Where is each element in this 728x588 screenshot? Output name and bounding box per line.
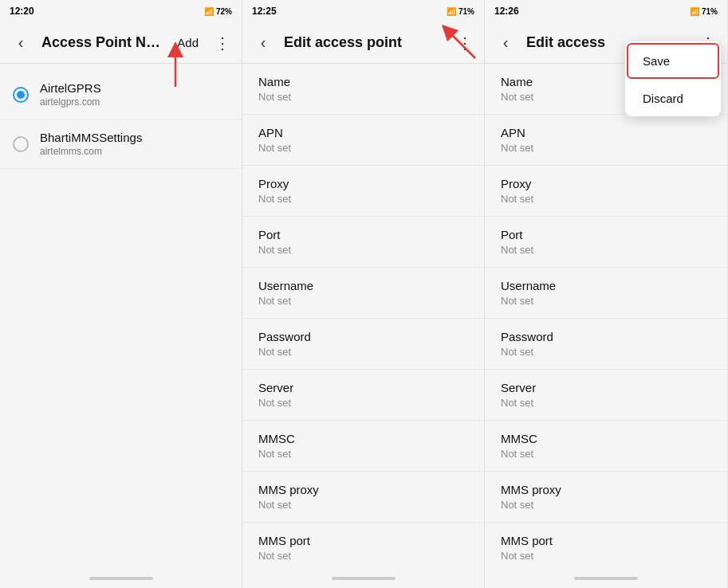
field-apn-3[interactable]: APN Not set — [485, 115, 727, 166]
value-name-2: Not set — [258, 91, 468, 103]
value-password-2: Not set — [258, 346, 468, 358]
signal-icon-2: 📶 — [447, 7, 456, 16]
arrow-annotation-1 — [163, 43, 187, 94]
svg-line-3 — [447, 30, 475, 58]
settings-list-2: Name Not set APN Not set Proxy Not set P… — [242, 64, 484, 569]
value-username-3: Not set — [501, 295, 711, 307]
home-indicator-1 — [0, 569, 242, 588]
label-server-3: Server — [501, 381, 711, 394]
screen1: 12:20 📶 72% ‹ Access Point Nam... Add ⋮ … — [0, 0, 242, 588]
time-3: 12:26 — [494, 6, 519, 17]
status-bar-1: 12:20 📶 72% — [0, 0, 242, 22]
apn-item-bharti[interactable]: BhartiMMSSettings airtelmms.com — [0, 120, 242, 169]
settings-list-3: Name Not set APN Not set Proxy Not set P… — [485, 64, 727, 569]
arrow-annotation-2 — [431, 22, 479, 65]
label-username-2: Username — [258, 279, 468, 292]
more-options-button-1[interactable]: ⋮ — [210, 30, 235, 56]
value-proxy-3: Not set — [501, 193, 711, 205]
value-username-2: Not set — [258, 295, 468, 307]
apn-item-airtel[interactable]: AirtelGPRS airtelgprs.com — [0, 70, 242, 120]
context-menu: Save Discard — [625, 41, 721, 116]
apn-name-airtel: AirtelGPRS — [40, 81, 101, 95]
back-button-3[interactable]: ‹ — [491, 29, 520, 57]
label-password-2: Password — [258, 330, 468, 343]
label-mmsc-3: MMSC — [501, 432, 711, 445]
value-mmsc-3: Not set — [501, 448, 711, 460]
radio-bharti[interactable] — [13, 136, 29, 152]
apn-url-airtel: airtelgprs.com — [40, 96, 101, 108]
field-password-3[interactable]: Password Not set — [485, 319, 727, 370]
discard-menu-item[interactable]: Discard — [625, 80, 721, 116]
label-server-2: Server — [258, 381, 468, 394]
field-port-2[interactable]: Port Not set — [242, 217, 484, 268]
battery-icon-2: 71% — [458, 7, 474, 16]
apn-info-bharti: BhartiMMSSettings airtelmms.com — [40, 131, 142, 157]
field-port-3[interactable]: Port Not set — [485, 217, 727, 268]
back-button-2[interactable]: ‹ — [249, 29, 277, 57]
field-proxy-3[interactable]: Proxy Not set — [485, 166, 727, 217]
home-indicator-3 — [485, 569, 727, 588]
status-bar-2: 12:25 📶 71% — [242, 0, 484, 22]
field-mmsport-3[interactable]: MMS port Not set — [485, 523, 727, 569]
label-proxy-2: Proxy — [258, 177, 468, 190]
label-password-3: Password — [501, 330, 711, 343]
label-apn-2: APN — [258, 126, 468, 139]
page-title-2: Edit access point — [284, 34, 446, 51]
status-icons-1: 📶 72% — [204, 7, 232, 16]
value-mmsproxy-3: Not set — [501, 499, 711, 511]
status-icons-3: 📶 71% — [690, 7, 718, 16]
field-password-2[interactable]: Password Not set — [242, 319, 484, 370]
battery-icon-1: 72% — [216, 7, 232, 16]
value-mmsport-3: Not set — [501, 550, 711, 562]
top-bar-1: ‹ Access Point Nam... Add ⋮ — [0, 22, 242, 64]
status-bar-3: 12:26 📶 71% — [485, 0, 727, 22]
label-name-2: Name — [258, 75, 468, 88]
value-apn-3: Not set — [501, 142, 711, 154]
battery-icon-3: 71% — [702, 7, 718, 16]
signal-icon-3: 📶 — [690, 7, 699, 16]
home-bar-2 — [332, 577, 395, 580]
value-mmsport-2: Not set — [258, 550, 468, 562]
apn-name-bharti: BhartiMMSSettings — [40, 131, 142, 144]
apn-list: AirtelGPRS airtelgprs.com BhartiMMSSetti… — [0, 64, 242, 569]
radio-airtel[interactable] — [13, 87, 29, 103]
label-port-2: Port — [258, 228, 468, 241]
signal-icon-1: 📶 — [204, 7, 214, 16]
field-mmsc-2[interactable]: MMSC Not set — [242, 421, 484, 472]
screen3: 12:26 📶 71% ‹ Edit access ⋮ Save Discard… — [485, 0, 727, 588]
value-password-3: Not set — [501, 346, 711, 358]
field-server-2[interactable]: Server Not set — [242, 370, 484, 421]
value-server-3: Not set — [501, 397, 711, 409]
label-mmsproxy-2: MMS proxy — [258, 483, 468, 496]
value-port-2: Not set — [258, 244, 468, 256]
field-mmsc-3[interactable]: MMSC Not set — [485, 421, 727, 472]
field-name-2[interactable]: Name Not set — [242, 64, 484, 115]
field-mmsproxy-3[interactable]: MMS proxy Not set — [485, 472, 727, 523]
field-apn-2[interactable]: APN Not set — [242, 115, 484, 166]
value-server-2: Not set — [258, 397, 468, 409]
field-mmsproxy-2[interactable]: MMS proxy Not set — [242, 472, 484, 523]
screen2: 12:25 📶 71% ‹ Edit access point ⋮ Name N… — [242, 0, 485, 588]
field-proxy-2[interactable]: Proxy Not set — [242, 166, 484, 217]
value-port-3: Not set — [501, 244, 711, 256]
value-apn-2: Not set — [258, 142, 468, 154]
time-1: 12:20 — [10, 6, 34, 17]
page-title-1: Access Point Nam... — [41, 34, 163, 51]
field-mmsport-2[interactable]: MMS port Not set — [242, 523, 484, 569]
label-mmsc-2: MMSC — [258, 432, 468, 445]
value-mmsproxy-2: Not set — [258, 499, 468, 511]
field-server-3[interactable]: Server Not set — [485, 370, 727, 421]
label-mmsport-3: MMS port — [501, 534, 711, 547]
field-username-3[interactable]: Username Not set — [485, 268, 727, 319]
home-bar-1 — [89, 577, 153, 580]
field-username-2[interactable]: Username Not set — [242, 268, 484, 319]
label-username-3: Username — [501, 279, 711, 292]
apn-url-bharti: airtelmms.com — [40, 146, 142, 157]
time-2: 12:25 — [252, 6, 277, 17]
save-menu-item[interactable]: Save — [627, 43, 719, 79]
home-bar-3 — [574, 577, 638, 580]
back-button-1[interactable]: ‹ — [6, 29, 35, 57]
label-proxy-3: Proxy — [501, 177, 711, 190]
label-mmsproxy-3: MMS proxy — [501, 483, 711, 496]
value-proxy-2: Not set — [258, 193, 468, 205]
